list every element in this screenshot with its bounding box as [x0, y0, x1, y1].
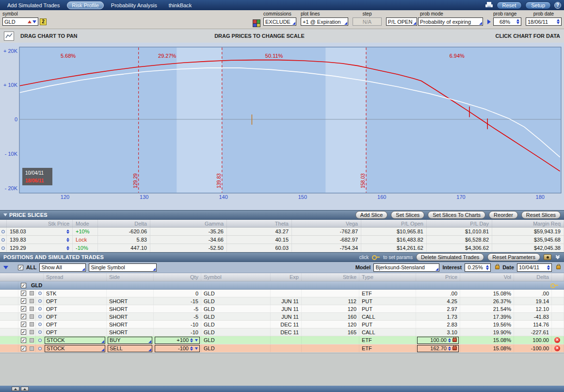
column-header-gamma[interactable]: Gamma	[150, 220, 227, 227]
x-axis-label[interactable]: 180	[536, 194, 545, 200]
position-row[interactable]: ✓OPTSHORT-5GLDJUN 11120PUT2.9721.54%12.1…	[0, 305, 564, 313]
collapse-positions-icon[interactable]	[3, 266, 8, 269]
column-header-vega[interactable]: Vega	[292, 220, 361, 227]
symbol-dropdown[interactable]: GLD	[2, 17, 38, 26]
collapse-price-slices-icon[interactable]	[3, 213, 7, 216]
side-dropdown[interactable]: SELL	[108, 345, 152, 352]
price-lock-icon[interactable]	[452, 346, 457, 350]
snapshot-icon[interactable]	[544, 254, 551, 260]
column-header-side[interactable]: Side	[107, 273, 154, 281]
column-header-delta[interactable]: Delta	[514, 273, 552, 281]
spinner-icon[interactable]	[515, 19, 519, 24]
set-slices-to-charts-button[interactable]: Set Slices To Charts	[428, 211, 485, 219]
delete-trade-icon[interactable]: ✕	[554, 337, 560, 343]
x-axis-label[interactable]: 170	[456, 194, 465, 200]
position-row[interactable]: ✓STK0GLDETF.0015.08%.00	[0, 290, 564, 297]
tab-thinkback[interactable]: thinkBack	[164, 1, 196, 9]
price-spinner[interactable]: 100.00	[417, 337, 459, 344]
column-header-vol[interactable]: Vol	[460, 273, 514, 281]
spread-dropdown[interactable]: STOCK	[45, 337, 105, 344]
column-header-type[interactable]: Type	[359, 273, 416, 281]
spinner-icon[interactable]	[64, 238, 69, 242]
row-checkbox[interactable]: ✓	[21, 306, 26, 311]
interest-lock-icon[interactable]	[495, 265, 500, 269]
qty-spinner[interactable]: -100	[155, 345, 200, 352]
symbol-mode-dropdown[interactable]: Single Symbol	[89, 263, 157, 272]
column-header-stk-price[interactable]: Stk Price	[7, 220, 73, 227]
spinner-icon[interactable]	[64, 246, 69, 250]
reset-button[interactable]: Reset	[497, 1, 522, 9]
spinner-icon[interactable]	[64, 229, 69, 234]
spin-down-icon[interactable]	[448, 341, 451, 343]
set-slices-button[interactable]: Set Slices	[391, 211, 424, 219]
price-slice-row[interactable]: 139.83Lock5.83-34.6640.15-682.97$16,483.…	[0, 236, 564, 244]
slice-stk-price-spinner[interactable]: 129.29	[7, 244, 73, 252]
prob-date-spinner[interactable]: 18/06/11	[526, 17, 562, 26]
position-row[interactable]: ✓OPTSHORT-10GLDDEC 11120PUT2.8319.56%114…	[0, 321, 564, 328]
reorder-button[interactable]: Reorder	[489, 211, 518, 219]
plot-lines-dropdown[interactable]: +1 @ Expiration	[301, 17, 348, 26]
delete-simulated-trades-button[interactable]: Delete Simulated Trades	[416, 253, 484, 261]
spinner-icon[interactable]	[484, 265, 489, 270]
spinner-icon[interactable]	[190, 346, 193, 351]
price-lock-icon[interactable]	[452, 338, 457, 342]
spin-up-icon[interactable]	[66, 238, 69, 240]
column-header-exp[interactable]: Exp	[271, 273, 302, 281]
symbol-updown-icon[interactable]	[26, 20, 36, 23]
commissions-dropdown[interactable]: EXCLUDE	[263, 17, 296, 26]
print-icon[interactable]	[485, 2, 493, 8]
spin-up-icon[interactable]	[66, 246, 69, 248]
prob-mode-dropdown[interactable]: Probability of expiring	[418, 17, 483, 26]
spin-down-icon[interactable]	[66, 248, 69, 250]
spin-up-icon[interactable]	[516, 19, 519, 21]
spin-down-icon[interactable]	[448, 349, 451, 351]
slice-mode[interactable]: +10%	[73, 228, 98, 235]
spin-up-icon[interactable]	[190, 338, 193, 340]
help-icon[interactable]: ?	[554, 2, 561, 9]
link-group-badge[interactable]: 2	[40, 18, 47, 25]
side-dropdown[interactable]: BUY	[108, 337, 152, 344]
spin-down-icon[interactable]	[557, 22, 560, 24]
column-header-delta[interactable]: Delta	[98, 220, 150, 227]
delete-trade-icon[interactable]: ✕	[554, 345, 560, 351]
spin-up-icon[interactable]	[486, 265, 489, 267]
y-axis-label[interactable]: - 10K	[5, 151, 18, 157]
group-checkbox[interactable]: ✓	[21, 283, 26, 288]
model-dropdown[interactable]: Bjerksund-Stensland	[373, 263, 439, 272]
price-slice-row[interactable]: 158.03+10%-620.06-35.2643.27-762.87$10,9…	[0, 228, 564, 236]
spin-down-icon[interactable]	[547, 268, 550, 270]
column-header-qty[interactable]: Qty	[154, 273, 201, 281]
spinner-icon[interactable]	[190, 338, 193, 343]
spinner-icon[interactable]	[448, 346, 451, 351]
column-header-strike[interactable]: Strike	[302, 273, 359, 281]
spin-up-icon[interactable]	[448, 338, 451, 340]
column-header-theta[interactable]: Theta	[227, 220, 292, 227]
row-checkbox[interactable]: ✓	[21, 314, 26, 319]
spin-up-icon[interactable]	[547, 265, 550, 267]
position-row[interactable]: ✓OPTSHORT-10GLDDEC 11165CALL3.1019.90%-2…	[0, 328, 564, 336]
splitter-up-button-2[interactable]	[21, 387, 29, 391]
qty-dropdown-icon[interactable]	[195, 347, 198, 350]
x-axis-label[interactable]: 140	[219, 194, 227, 200]
price-spinner[interactable]: 162.70	[417, 345, 459, 352]
column-header-price[interactable]: Price	[416, 273, 460, 281]
spinner-icon[interactable]	[545, 265, 550, 270]
add-slice-button[interactable]: Add Slice	[355, 211, 387, 219]
row-checkbox[interactable]: ✓	[21, 322, 26, 327]
y-axis-label[interactable]: - 20K	[5, 185, 18, 191]
row-checkbox[interactable]: ✓	[21, 329, 26, 335]
x-axis-label[interactable]: 160	[377, 194, 386, 200]
show-all-dropdown[interactable]: Show All	[39, 263, 86, 272]
interest-spinner[interactable]: 0.25%	[465, 263, 491, 272]
symbol-down-icon[interactable]	[32, 20, 36, 23]
column-header-p-l-day[interactable]: P/L Day	[427, 220, 492, 227]
all-checkbox[interactable]: ✓	[18, 265, 23, 270]
spinner-icon[interactable]	[448, 338, 451, 343]
group-set-params-icon[interactable]	[550, 283, 558, 288]
chart-style-button[interactable]	[4, 32, 14, 41]
spin-down-icon[interactable]	[66, 240, 69, 242]
qty-dropdown-icon[interactable]	[195, 339, 198, 342]
setup-button[interactable]: Setup	[525, 1, 551, 9]
spin-down-icon[interactable]	[190, 349, 193, 351]
spin-up-icon[interactable]	[448, 346, 451, 348]
